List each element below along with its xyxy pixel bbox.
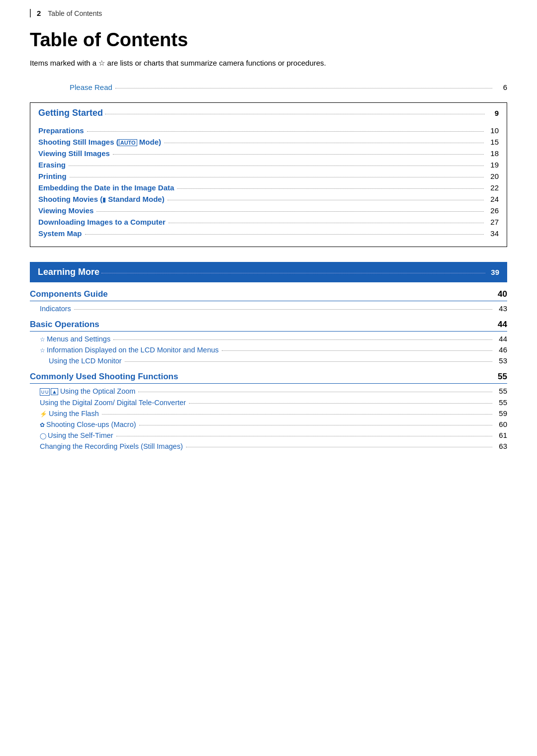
flash-link[interactable]: Using the Flash (49, 410, 99, 418)
optical-zoom-link[interactable]: Using the Optical Zoom (60, 387, 136, 395)
getting-started-dots (105, 114, 485, 114)
toc-row-flash: ⚡ Using the Flash 59 (30, 409, 507, 418)
flash-icon: ⚡ (40, 411, 47, 418)
dots (74, 309, 492, 310)
toc-row-info-displayed: ☆ Information Displayed on the LCD Monit… (30, 345, 507, 354)
dots (70, 177, 484, 177)
viewing-movies-link[interactable]: Viewing Movies (38, 206, 93, 215)
toc-row-embedding-date: Embedding the Date in the Image Data 22 (38, 183, 499, 192)
page-wrapper: 2 Table of Contents Table of Contents It… (0, 0, 537, 756)
dots (222, 350, 492, 351)
optical-zoom-page: 55 (495, 387, 507, 395)
shooting-movies-link[interactable]: Shooting Movies (▮ Standard Mode) (38, 195, 165, 203)
menus-settings-page: 44 (495, 335, 507, 343)
embedding-date-link[interactable]: Embedding the Date in the Image Data (38, 183, 174, 192)
learning-more-header: Learning More 39 (30, 262, 507, 282)
dots (96, 211, 484, 212)
toc-row-downloading: Downloading Images to a Computer 27 (38, 218, 499, 226)
toc-row-preparations: Preparations 10 (38, 126, 499, 135)
main-title: Table of Contents (30, 29, 507, 51)
toc-row-viewing-movies: Viewing Movies 26 (38, 206, 499, 215)
components-guide-page: 40 (495, 289, 507, 299)
digital-zoom-link[interactable]: Using the Digital Zoom/ Digital Tele-Con… (40, 399, 186, 407)
dots (85, 234, 484, 235)
dots (138, 392, 492, 392)
page-header: 2 Table of Contents (30, 9, 507, 17)
dots (113, 339, 492, 340)
downloading-link[interactable]: Downloading Images to a Computer (38, 218, 166, 226)
dots (139, 425, 492, 425)
toc-row-shooting-still: Shooting Still Images (AUTO Mode) 15 (38, 138, 499, 146)
intro-text: Items marked with a ☆ are lists or chart… (30, 58, 507, 69)
getting-started-page: 9 (487, 109, 499, 117)
preparations-link[interactable]: Preparations (38, 126, 84, 135)
commonly-used-subsection: Commonly Used Shooting Functions 55 (30, 372, 507, 384)
dots (177, 188, 484, 189)
viewing-still-page: 18 (487, 149, 499, 158)
shooting-still-link[interactable]: Shooting Still Images (AUTO Mode) (38, 138, 161, 146)
erasing-link[interactable]: Erasing (38, 161, 66, 169)
toc-row-viewing-still: Viewing Still Images 18 (38, 149, 499, 158)
toc-row-indicators: Indicators 43 (30, 304, 507, 313)
recording-pixels-link[interactable]: Changing the Recording Pixels (Still Ima… (40, 442, 183, 450)
getting-started-header: Getting Started 9 (30, 103, 507, 123)
toc-row-shooting-movies: Shooting Movies (▮ Standard Mode) 24 (38, 195, 499, 203)
learning-more-section: Learning More 39 Components Guide 40 Ind… (30, 262, 507, 450)
zoom-icon2: ▲ (51, 388, 58, 395)
dots (87, 131, 484, 132)
flash-page: 59 (495, 409, 507, 418)
learning-more-dots (101, 273, 485, 273)
components-guide-subsection: Components Guide 40 (30, 289, 507, 301)
printing-link[interactable]: Printing (38, 172, 67, 180)
commonly-used-label: Commonly Used Shooting Functions (30, 372, 178, 382)
learning-more-title: Learning More (38, 267, 99, 277)
preparations-page: 10 (487, 126, 499, 135)
commonly-used-page: 55 (495, 372, 507, 382)
toc-row-self-timer: ◯ Using the Self-Timer 61 (30, 431, 507, 439)
basic-operations-subsection: Basic Operations 44 (30, 320, 507, 332)
dots (113, 154, 484, 155)
please-read-page: 6 (495, 83, 507, 91)
erasing-page: 19 (487, 161, 499, 169)
downloading-page: 27 (487, 218, 499, 226)
system-map-link[interactable]: System Map (38, 229, 82, 238)
please-read-dots (115, 88, 492, 88)
toc-row-printing: Printing 20 (38, 172, 499, 180)
shooting-movies-page: 24 (487, 195, 499, 203)
please-read-link[interactable]: Please Read (70, 83, 112, 91)
toc-row-menus-settings: ☆ Menus and Settings 44 (30, 335, 507, 343)
viewing-movies-page: 26 (487, 206, 499, 215)
dots (164, 143, 484, 143)
getting-started-title: Getting Started (38, 108, 103, 118)
menus-settings-link[interactable]: Menus and Settings (47, 335, 110, 343)
toc-row-macro: ✿ Shooting Close-ups (Macro) 60 (30, 420, 507, 428)
toc-row-recording-pixels: Changing the Recording Pixels (Still Ima… (30, 442, 507, 450)
basic-operations-page: 44 (495, 320, 507, 330)
getting-started-items: Preparations 10 Shooting Still Images (A… (30, 123, 507, 247)
self-timer-link[interactable]: Using the Self-Timer (48, 431, 113, 439)
star-info-icon: ☆ (40, 347, 45, 354)
viewing-still-link[interactable]: Viewing Still Images (38, 149, 110, 158)
please-read-row: Please Read 6 (30, 83, 507, 91)
timer-icon: ◯ (40, 432, 46, 439)
zoom-icon: ∪∪ (40, 388, 50, 396)
dots (102, 414, 492, 415)
dots (116, 436, 492, 436)
digital-zoom-page: 55 (495, 398, 507, 407)
learning-more-page: 39 (487, 268, 499, 276)
self-timer-page: 61 (495, 431, 507, 439)
recording-pixels-page: 63 (495, 442, 507, 450)
dots (186, 447, 492, 447)
toc-row-lcd-monitor: Using the LCD Monitor 53 (30, 356, 507, 365)
lcd-monitor-link[interactable]: Using the LCD Monitor (40, 357, 122, 365)
shooting-still-page: 15 (487, 138, 499, 146)
printing-page: 20 (487, 172, 499, 180)
dots (168, 200, 484, 200)
toc-row-digital-zoom: Using the Digital Zoom/ Digital Tele-Con… (30, 398, 507, 407)
macro-link[interactable]: Shooting Close-ups (Macro) (46, 420, 136, 428)
dots (69, 166, 484, 166)
indicators-link[interactable]: Indicators (40, 305, 71, 313)
info-displayed-link[interactable]: Information Displayed on the LCD Monitor… (47, 346, 219, 354)
system-map-page: 34 (487, 229, 499, 238)
macro-page: 60 (495, 420, 507, 428)
